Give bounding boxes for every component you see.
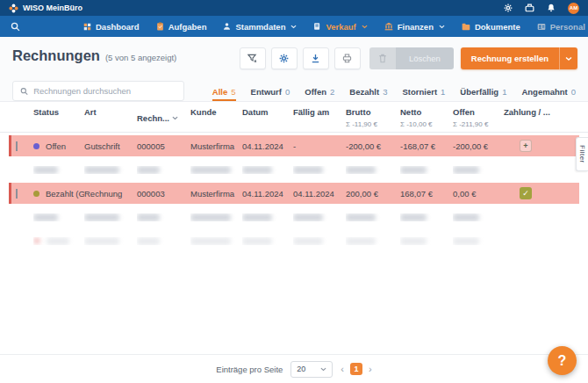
payment-done-button[interactable]: ✓	[520, 187, 532, 199]
nav-item-dashboard[interactable]: Dashboard	[83, 22, 140, 32]
invoice-search-input[interactable]	[33, 86, 176, 96]
cell-offen: -200,00 €	[453, 141, 504, 151]
tab-count: 2	[330, 87, 334, 97]
cell-nummer: 000005	[137, 141, 190, 151]
add-payment-button[interactable]: +	[520, 140, 532, 152]
dashboard-icon	[83, 23, 91, 31]
notifications-bell-icon[interactable]	[547, 4, 556, 12]
cell-kunde: Musterfirma	[190, 141, 242, 151]
page-title: Rechnungen	[12, 47, 100, 64]
col-status[interactable]: Status	[33, 107, 84, 128]
tab-label: Überfällig	[460, 87, 498, 97]
cell-datum: 04.11.2024	[242, 141, 293, 151]
status-text: Offen	[46, 141, 66, 151]
table-row[interactable]: Offen Gutschrift 000005 Musterfirma 04.1…	[9, 135, 579, 156]
tab-count: 0	[571, 87, 576, 97]
nav-label: Finanzen	[398, 22, 434, 32]
sum-offen: Σ -211,90 €	[453, 120, 504, 128]
row-checkbox[interactable]	[16, 189, 18, 199]
cell-art: Gutschrift	[84, 141, 137, 151]
cell-faellig: 04.11.2024	[293, 189, 346, 199]
delete-button-disabled[interactable]: Löschen	[369, 47, 454, 69]
folder-icon	[462, 23, 470, 31]
table-row[interactable]: Bezahlt (Gu Rechnung 000003 Musterfirma …	[9, 183, 579, 204]
cell-netto: -168,07 €	[400, 141, 453, 151]
invoices-table: Status Art Rechn... Kunde Datum Fällig a…	[0, 101, 588, 255]
sales-cart-icon	[313, 22, 321, 31]
status-dot-open	[33, 143, 39, 149]
user-avatar[interactable]: AM	[568, 3, 579, 14]
nav-item-verkauf[interactable]: Verkauf	[313, 22, 367, 32]
create-invoice-button[interactable]: Rechnung erstellen	[461, 47, 577, 69]
row-checkbox[interactable]	[16, 141, 18, 151]
table-settings-button[interactable]	[271, 47, 298, 69]
tab-storniert[interactable]: Storniert1	[402, 87, 445, 101]
page-size-value: 20	[297, 365, 305, 373]
col-datum[interactable]: Datum	[242, 107, 293, 128]
invoice-search-box[interactable]	[12, 81, 184, 101]
nav-label: Personal	[550, 22, 585, 32]
table-row-blurred[interactable]	[9, 159, 579, 180]
export-download-button[interactable]	[303, 47, 329, 69]
nav-item-stammdaten[interactable]: Stammdaten	[223, 22, 297, 32]
search-icon[interactable]	[11, 22, 20, 32]
tab-bezahlt[interactable]: Bezahlt3	[349, 87, 387, 101]
cell-datum: 04.11.2024	[242, 189, 293, 199]
tab-count: 1	[502, 87, 506, 97]
download-icon	[311, 54, 320, 63]
nav-item-personal[interactable]: Personal	[537, 22, 585, 32]
prev-page-button[interactable]: ‹	[341, 364, 344, 374]
col-label: Rechn...	[137, 113, 169, 123]
status-text: Bezahlt (Gu	[46, 189, 84, 199]
tab-offen[interactable]: Offen2	[305, 87, 334, 101]
col-zahlung[interactable]: Zahlung / ...	[504, 107, 579, 128]
settings-gear-icon[interactable]	[504, 4, 513, 12]
nav-label: Dokumente	[475, 22, 520, 32]
col-brutto[interactable]: Brutto Σ -11,90 €	[346, 107, 400, 128]
col-rechnungsnummer[interactable]: Rechn...	[137, 107, 190, 128]
pagination-bar: Einträge pro Seite 20 ‹ 1 ›	[0, 354, 588, 383]
tab-ueberfaellig[interactable]: Überfällig1	[460, 87, 506, 101]
status-dot	[33, 237, 40, 244]
filter-side-tab[interactable]: Filter	[576, 137, 588, 171]
col-offen[interactable]: Offen Σ -211,90 €	[453, 107, 504, 128]
tab-alle[interactable]: Alle5	[212, 87, 236, 101]
nav-item-finanzen[interactable]: Finanzen	[384, 22, 445, 32]
search-icon	[20, 87, 28, 96]
col-kunde[interactable]: Kunde	[190, 107, 242, 128]
cell-offen: 0,00 €	[453, 189, 504, 199]
tab-label: Offen	[305, 87, 326, 97]
col-checkbox	[9, 107, 33, 128]
table-row-blurred[interactable]	[9, 206, 579, 228]
nav-label: Dashboard	[96, 22, 140, 32]
col-netto[interactable]: Netto Σ -10,00 €	[400, 107, 453, 128]
chevron-down-icon	[290, 25, 297, 29]
page-size-label: Einträge pro Seite	[216, 365, 283, 374]
col-faellig-am[interactable]: Fällig am	[293, 107, 346, 128]
trash-icon	[369, 47, 396, 69]
page-header-area: Rechnungen (5 von 5 angezeigt)	[0, 37, 588, 101]
page-size-select[interactable]: 20	[290, 361, 333, 378]
help-button[interactable]: ?	[548, 346, 577, 375]
sum-netto: Σ -10,00 €	[400, 120, 453, 128]
cell-art: Rechnung	[84, 189, 137, 199]
next-page-button[interactable]: ›	[369, 364, 372, 374]
nav-item-aufgaben[interactable]: Aufgaben	[156, 22, 207, 32]
print-button[interactable]	[334, 47, 361, 69]
wiso-pinwheel-logo-icon	[9, 4, 18, 13]
table-row-blurred[interactable]	[9, 230, 579, 251]
current-page-button[interactable]: 1	[350, 363, 362, 375]
tab-entwurf[interactable]: Entwurf0	[251, 87, 290, 101]
create-invoice-label: Rechnung erstellen	[461, 47, 559, 69]
brand: WISO MeinBüro	[9, 4, 82, 13]
create-invoice-dropdown[interactable]	[559, 47, 577, 69]
tab-label: Entwurf	[251, 87, 282, 97]
tab-angemahnt[interactable]: Angemahnt0	[521, 87, 576, 101]
clear-filter-button[interactable]	[240, 47, 266, 69]
pager: ‹ 1 ›	[341, 363, 371, 375]
bank-icon	[384, 22, 393, 31]
col-art[interactable]: Art	[84, 107, 137, 128]
print-center-icon[interactable]	[525, 4, 534, 12]
topbar-actions: AM	[504, 3, 579, 14]
nav-item-dokumente[interactable]: Dokumente	[462, 22, 520, 32]
